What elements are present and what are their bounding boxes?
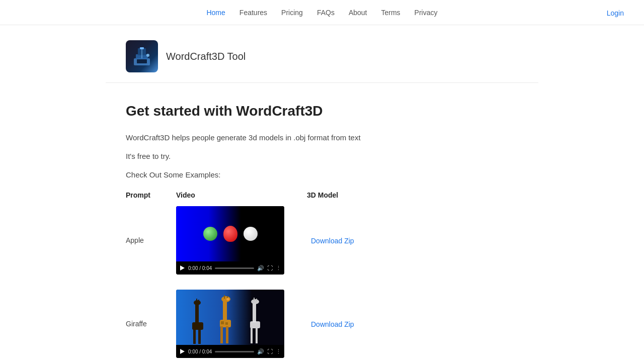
description-text: WordCraft3D helps people generate 3d mod… [126, 133, 518, 142]
download-link-giraffe[interactable]: Download Zip [311, 320, 354, 328]
free-text: It's free to try. [126, 152, 518, 160]
video-player-apple[interactable]: 0:00 / 0:04 🔊 ⛶ ⋮ [176, 206, 284, 275]
svg-rect-31 [256, 299, 257, 301]
progress-bar-apple[interactable] [215, 267, 254, 269]
svg-rect-26 [251, 327, 253, 343]
nav-login-section: Login [607, 8, 624, 17]
volume-icon-apple[interactable]: 🔊 [257, 265, 264, 272]
row-video-giraffe: 0:00 / 0:04 🔊 ⛶ ⋮ [176, 290, 307, 358]
svg-rect-14 [198, 300, 199, 302]
examples-heading: Check Out Some Examples: [126, 170, 518, 179]
video-controls-apple: 0:00 / 0:04 🔊 ⛶ ⋮ [176, 261, 284, 275]
giraffe-scene-svg [176, 290, 284, 345]
time-display-giraffe: 0:00 / 0:04 [188, 349, 212, 354]
col-header-model: 3D Model [307, 191, 338, 199]
progress-bar-giraffe[interactable] [215, 351, 254, 352]
nav-features[interactable]: Features [239, 9, 267, 17]
video-controls-giraffe: 0:00 / 0:04 🔊 ⛶ ⋮ [176, 345, 284, 358]
svg-point-24 [226, 298, 229, 301]
apple-white-icon [244, 227, 258, 241]
printer-svg-icon [130, 44, 154, 68]
row-prompt-apple: Apple [126, 236, 176, 244]
svg-rect-10 [198, 329, 201, 344]
nav-terms[interactable]: Terms [381, 9, 400, 17]
svg-rect-11 [195, 305, 199, 324]
play-triangle-icon [180, 265, 185, 270]
svg-rect-7 [176, 290, 284, 345]
nav-home[interactable]: Home [206, 9, 225, 17]
fullscreen-icon-apple[interactable]: ⛶ [267, 265, 273, 271]
nav-faqs[interactable]: FAQs [317, 9, 335, 17]
svg-rect-27 [256, 327, 258, 343]
apple-objects [199, 226, 262, 242]
row-model-apple: Download Zip [311, 236, 354, 245]
nav-privacy[interactable]: Privacy [415, 9, 438, 17]
svg-rect-19 [225, 322, 228, 325]
svg-rect-17 [226, 326, 228, 343]
table-row: Apple 0:00 / 0:04 [126, 206, 518, 275]
col-header-prompt: Prompt [126, 191, 176, 199]
logo-section: WordCraft3D Tool [106, 25, 538, 83]
login-link[interactable]: Login [607, 9, 624, 17]
col-header-video: Video [176, 191, 307, 199]
nav-about[interactable]: About [349, 9, 367, 17]
apple-green-icon [203, 227, 217, 241]
app-logo-image [126, 40, 158, 72]
play-button-apple[interactable] [179, 265, 185, 271]
svg-rect-18 [221, 321, 224, 324]
svg-rect-13 [196, 299, 197, 302]
menu-icon-apple[interactable]: ⋮ [276, 265, 281, 272]
examples-table: Prompt Video 3D Model Apple [126, 191, 518, 358]
table-header: Prompt Video 3D Model [126, 191, 518, 199]
svg-rect-25 [250, 321, 260, 328]
main-content: Get started with WordCraft3D WordCraft3D… [106, 83, 538, 362]
apple-red-icon [223, 226, 237, 242]
navigation: Home Features Pricing FAQs About Terms P… [0, 0, 644, 25]
row-prompt-giraffe: Giraffe [126, 320, 176, 328]
svg-rect-28 [253, 304, 256, 322]
fullscreen-icon-giraffe[interactable]: ⛶ [267, 348, 273, 354]
row-video-apple: 0:00 / 0:04 🔊 ⛶ ⋮ [176, 206, 307, 275]
svg-rect-9 [193, 329, 196, 344]
time-display-apple: 0:00 / 0:04 [188, 265, 212, 271]
play-button-giraffe[interactable] [179, 348, 185, 354]
page-heading: Get started with WordCraft3D [126, 103, 518, 119]
svg-rect-20 [223, 301, 227, 321]
menu-icon-giraffe[interactable]: ⋮ [276, 348, 281, 355]
row-model-giraffe: Download Zip [311, 320, 354, 328]
video-preview-apple [176, 206, 284, 261]
nav-pricing[interactable]: Pricing [281, 9, 303, 17]
svg-rect-22 [224, 295, 225, 299]
svg-rect-16 [220, 326, 223, 343]
svg-rect-5 [137, 59, 147, 63]
nav-links: Home Features Pricing FAQs About Terms P… [206, 9, 437, 17]
app-title: WordCraft3D Tool [166, 51, 246, 62]
video-player-giraffe[interactable]: 0:00 / 0:04 🔊 ⛶ ⋮ [176, 290, 284, 358]
download-link-apple[interactable]: Download Zip [311, 237, 354, 245]
svg-rect-30 [254, 298, 255, 301]
svg-point-29 [251, 299, 259, 304]
play-triangle-giraffe-icon [180, 349, 185, 354]
svg-point-6 [146, 54, 149, 57]
video-preview-giraffe [176, 290, 284, 345]
table-row: Giraffe [126, 290, 518, 358]
volume-icon-giraffe[interactable]: 🔊 [257, 348, 264, 355]
